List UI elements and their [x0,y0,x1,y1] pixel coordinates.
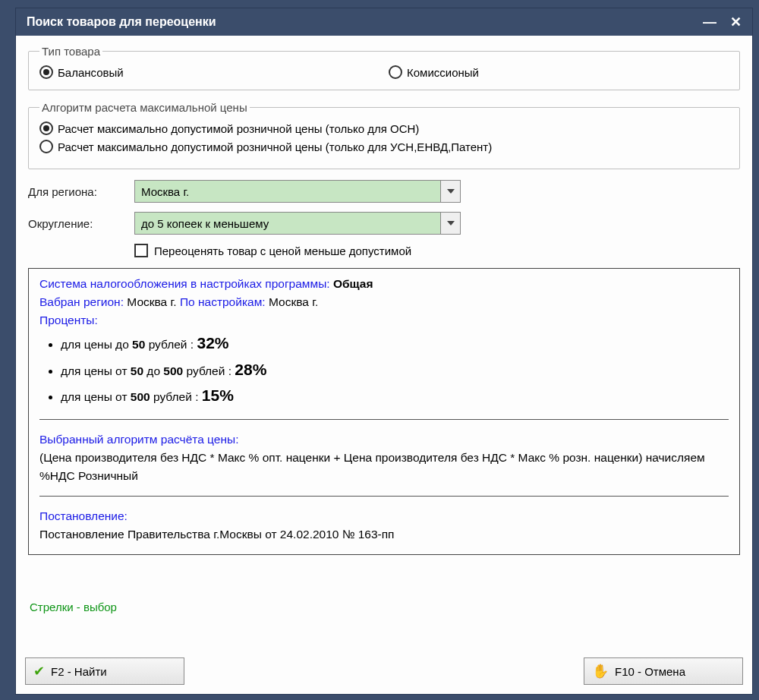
product-type-legend: Тип товара [39,45,102,58]
decree-label: Постановление: [39,507,729,525]
radio-algo-usn-label: Расчет максимально допустимой розничной … [58,140,492,153]
cancel-button[interactable]: ✋ F10 - Отмена [584,657,743,685]
radio-icon [39,121,53,135]
minimize-icon[interactable]: — [703,15,716,29]
tax-system-label: Система налогообложения в настройках про… [39,277,333,290]
product-type-group: Тип товара Балансовый Комиссионый [28,45,740,90]
radio-algo-osn[interactable]: Расчет максимально допустимой розничной … [39,121,729,135]
close-icon[interactable]: ✕ [730,15,742,29]
check-icon: ✔ [33,663,45,680]
radio-icon [39,140,53,153]
region-select-value: Москва г. [135,181,440,202]
radio-commission[interactable]: Комиссионый [389,65,479,79]
algorithm-legend: Алгоритм расчета максимальной цены [39,101,250,114]
rounding-label: Округление: [28,217,134,230]
titlebar: Поиск товаров для переоценки — ✕ [16,8,752,36]
algo-formula-text: (Цена производителя без НДС * Макс % опт… [39,449,729,485]
radio-icon [39,65,53,79]
rounding-select[interactable]: до 5 копеек к меньшему [134,212,461,235]
algorithm-group: Алгоритм расчета максимальной цены Расче… [28,101,740,169]
config-region-label: По настройкам: [180,295,269,308]
region-select[interactable]: Москва г. [134,180,461,203]
selected-region-value: Москва г. [127,295,180,308]
radio-algo-usn[interactable]: Расчет максимально допустимой розничной … [39,140,729,153]
divider [39,419,729,420]
algo-formula-label: Выбранный алгоритм расчёта цены: [39,430,729,449]
config-region-value: Москва г. [269,295,318,308]
percents-label: Проценты: [39,311,729,330]
info-panel: Система налогообложения в настройках про… [28,268,740,555]
rounding-select-value: до 5 копеек к меньшему [135,213,440,234]
chevron-down-icon [440,213,460,234]
radio-commission-label: Комиссионый [407,66,479,79]
pct2-value: 28% [235,361,266,378]
region-label: Для региона: [28,185,134,198]
radio-balance-label: Балансовый [58,66,124,79]
hint-text: Стрелки - выбор [28,601,740,613]
selected-region-label: Вабран регион: [39,295,127,308]
radio-algo-osn-label: Расчет максимально допустимой розничной … [58,122,419,135]
list-item: для цены от 50 до 500 рублей : 28% [61,358,729,383]
decree-text: Постановление Правительства г.Москвы от … [39,525,729,544]
find-button[interactable]: ✔ F2 - Найти [25,657,184,685]
cancel-button-label: F10 - Отмена [615,665,685,678]
tax-system-value: Общая [333,277,373,290]
radio-icon [389,65,402,79]
dialog-window: Поиск товаров для переоценки — ✕ Тип тов… [15,8,753,695]
list-item: для цены до 50 рублей : 32% [61,331,729,356]
list-item: для цены от 500 рублей : 15% [61,383,729,408]
radio-balance[interactable]: Балансовый [39,65,389,79]
window-title: Поиск товаров для переоценки [27,15,216,29]
pct1-value: 32% [197,334,228,352]
pct3-value: 15% [202,386,234,404]
reprice-lower-checkbox[interactable] [134,244,148,257]
hand-icon: ✋ [592,663,609,680]
chevron-down-icon [440,181,460,202]
divider [39,496,729,497]
percent-list: для цены до 50 рублей : 32% для цены от … [61,331,729,408]
find-button-label: F2 - Найти [51,665,107,678]
reprice-lower-label: Переоценять товар с ценой меньше допусти… [154,244,411,257]
